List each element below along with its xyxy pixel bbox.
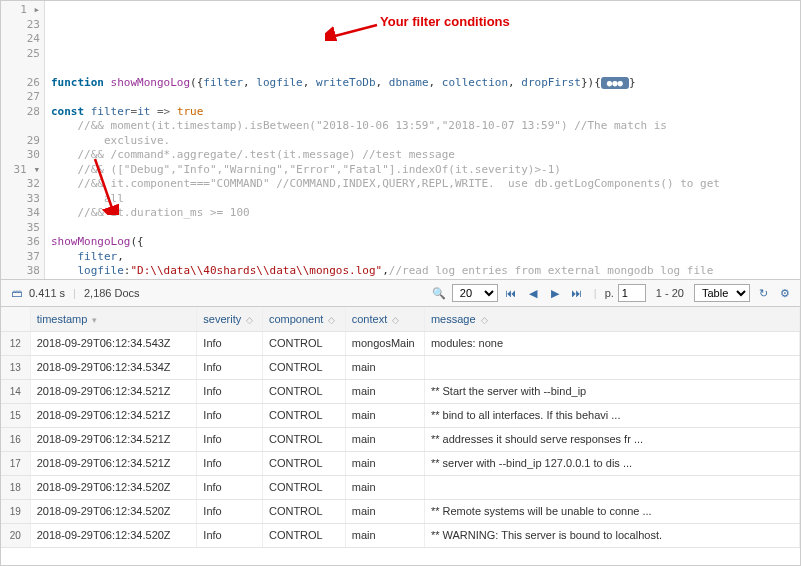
- code-line[interactable]: logfile:"D:\\data\\40shards\\data\\mongo…: [51, 264, 796, 279]
- doc-count: 2,186 Docs: [84, 287, 140, 299]
- table-row[interactable]: 172018-09-29T06:12:34.521ZInfoCONTROLmai…: [1, 451, 800, 475]
- page-input[interactable]: [618, 284, 646, 302]
- table-row[interactable]: 192018-09-29T06:12:34.520ZInfoCONTROLmai…: [1, 499, 800, 523]
- line-gutter: 1 ▸232425262728293031 ▾32333435363738: [1, 1, 45, 279]
- cell-timestamp: 2018-09-29T06:12:34.520Z: [30, 475, 197, 499]
- results-toolbar: 🗃 0.411 s | 2,186 Docs 🔍 20 ⏮ ◀ ▶ ⏭ | p.…: [1, 279, 800, 307]
- cell-timestamp: 2018-09-29T06:12:34.521Z: [30, 427, 197, 451]
- range-label: 1 - 20: [656, 287, 684, 299]
- code-line[interactable]: //&& moment(it.timestamp).isBetween("201…: [51, 119, 796, 134]
- cell-message: ** server with --bind_ip 127.0.0.1 to di…: [424, 451, 799, 475]
- cell-severity: Info: [197, 379, 263, 403]
- cell-timestamp: 2018-09-29T06:12:34.521Z: [30, 403, 197, 427]
- find-icon[interactable]: 🔍: [430, 284, 448, 302]
- cell-timestamp: 2018-09-29T06:12:34.534Z: [30, 355, 197, 379]
- table-row[interactable]: 152018-09-29T06:12:34.521ZInfoCONTROLmai…: [1, 403, 800, 427]
- cell-message: ** Remote systems will be unable to conn…: [424, 499, 799, 523]
- col-timestamp[interactable]: timestamp ▾: [30, 307, 197, 331]
- col-component[interactable]: component ◇: [262, 307, 345, 331]
- cell-message: modules: none: [424, 331, 799, 355]
- rownum-cell: 13: [1, 355, 30, 379]
- table-row[interactable]: 202018-09-29T06:12:34.520ZInfoCONTROLmai…: [1, 523, 800, 547]
- rownum-cell: 17: [1, 451, 30, 475]
- cell-context: main: [345, 403, 424, 427]
- svg-line-1: [95, 159, 113, 211]
- cell-context: main: [345, 523, 424, 547]
- db-icon: 🗃: [7, 284, 25, 302]
- cell-context: main: [345, 355, 424, 379]
- refresh-icon[interactable]: ↻: [754, 284, 772, 302]
- cell-message: ** WARNING: This server is bound to loca…: [424, 523, 799, 547]
- cell-severity: Info: [197, 499, 263, 523]
- cell-component: CONTROL: [262, 475, 345, 499]
- cell-component: CONTROL: [262, 499, 345, 523]
- table-row[interactable]: 122018-09-29T06:12:34.543ZInfoCONTROLmon…: [1, 331, 800, 355]
- results-table-wrap[interactable]: timestamp ▾severity ◇component ◇context …: [1, 307, 800, 565]
- rownum-cell: 15: [1, 403, 30, 427]
- cell-severity: Info: [197, 427, 263, 451]
- rownum-cell: 19: [1, 499, 30, 523]
- cell-message: [424, 355, 799, 379]
- next-page-icon[interactable]: ▶: [546, 284, 564, 302]
- cell-context: main: [345, 379, 424, 403]
- code-line[interactable]: function showMongoLog({filter, logfile, …: [51, 76, 796, 91]
- arrow-icon: [325, 21, 380, 41]
- rownum-cell: 18: [1, 475, 30, 499]
- cell-severity: Info: [197, 331, 263, 355]
- code-line[interactable]: const filter=it => true: [51, 105, 796, 120]
- cell-component: CONTROL: [262, 379, 345, 403]
- rownum-cell: 20: [1, 523, 30, 547]
- rownum-cell: 14: [1, 379, 30, 403]
- cell-severity: Info: [197, 475, 263, 499]
- table-row[interactable]: 182018-09-29T06:12:34.520ZInfoCONTROLmai…: [1, 475, 800, 499]
- cell-timestamp: 2018-09-29T06:12:34.543Z: [30, 331, 197, 355]
- code-line[interactable]: [51, 221, 796, 236]
- code-line[interactable]: //&& (["Debug","Info","Warning","Error",…: [51, 163, 796, 178]
- cell-component: CONTROL: [262, 331, 345, 355]
- prev-page-icon[interactable]: ◀: [524, 284, 542, 302]
- cell-context: mongosMain: [345, 331, 424, 355]
- page-size-select[interactable]: 20: [452, 284, 498, 302]
- code-line[interactable]: exclusive.: [51, 134, 796, 149]
- cell-component: CONTROL: [262, 451, 345, 475]
- code-line[interactable]: all: [51, 192, 796, 207]
- cell-timestamp: 2018-09-29T06:12:34.521Z: [30, 451, 197, 475]
- code-line[interactable]: //&& it.duration_ms >= 100: [51, 206, 796, 221]
- col-context[interactable]: context ◇: [345, 307, 424, 331]
- table-row[interactable]: 132018-09-29T06:12:34.534ZInfoCONTROLmai…: [1, 355, 800, 379]
- col-message[interactable]: message ◇: [424, 307, 799, 331]
- cell-context: main: [345, 427, 424, 451]
- table-row[interactable]: 162018-09-29T06:12:34.521ZInfoCONTROLmai…: [1, 427, 800, 451]
- code-editor[interactable]: 1 ▸232425262728293031 ▾32333435363738 Yo…: [1, 1, 800, 279]
- cell-severity: Info: [197, 523, 263, 547]
- exec-time: 0.411 s: [29, 287, 65, 299]
- code-line[interactable]: filter,: [51, 250, 796, 265]
- cell-severity: Info: [197, 355, 263, 379]
- cell-component: CONTROL: [262, 403, 345, 427]
- results-table: timestamp ▾severity ◇component ◇context …: [1, 307, 800, 548]
- code-line[interactable]: showMongoLog({: [51, 235, 796, 250]
- code-area[interactable]: Your filter conditions function showMong…: [45, 1, 800, 279]
- rownum-cell: 16: [1, 427, 30, 451]
- code-line[interactable]: //&& /command*.aggregate/.test(it.messag…: [51, 148, 796, 163]
- col-severity[interactable]: severity ◇: [197, 307, 263, 331]
- settings-icon[interactable]: ⚙: [776, 284, 794, 302]
- code-line[interactable]: writeToDb: false, //write log events to …: [51, 279, 796, 280]
- cell-message: ** addresses it should serve responses f…: [424, 427, 799, 451]
- rownum-cell: 12: [1, 331, 30, 355]
- cell-context: main: [345, 499, 424, 523]
- view-mode-select[interactable]: Table: [694, 284, 750, 302]
- annotation-label: Your filter conditions: [380, 15, 510, 30]
- cell-context: main: [345, 475, 424, 499]
- cell-component: CONTROL: [262, 523, 345, 547]
- svg-line-0: [331, 25, 377, 37]
- code-line[interactable]: //&& it.component==="COMMAND" //COMMAND,…: [51, 177, 796, 192]
- page-label: p.: [605, 287, 614, 299]
- first-page-icon[interactable]: ⏮: [502, 284, 520, 302]
- cell-component: CONTROL: [262, 355, 345, 379]
- last-page-icon[interactable]: ⏭: [568, 284, 586, 302]
- code-line[interactable]: [51, 90, 796, 105]
- cell-message: ** bind to all interfaces. If this behav…: [424, 403, 799, 427]
- table-row[interactable]: 142018-09-29T06:12:34.521ZInfoCONTROLmai…: [1, 379, 800, 403]
- rownum-header: [1, 307, 30, 331]
